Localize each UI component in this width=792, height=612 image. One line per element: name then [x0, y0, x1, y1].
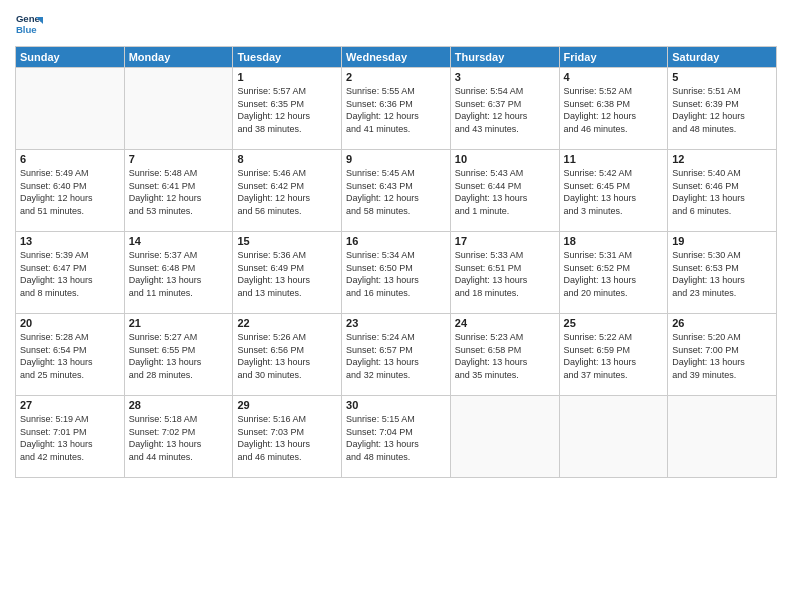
calendar-cell: 20Sunrise: 5:28 AM Sunset: 6:54 PM Dayli… — [16, 314, 125, 396]
day-number: 15 — [237, 235, 337, 247]
calendar-cell — [559, 396, 668, 478]
day-number: 19 — [672, 235, 772, 247]
calendar-week-row: 27Sunrise: 5:19 AM Sunset: 7:01 PM Dayli… — [16, 396, 777, 478]
calendar-cell: 18Sunrise: 5:31 AM Sunset: 6:52 PM Dayli… — [559, 232, 668, 314]
calendar-cell: 10Sunrise: 5:43 AM Sunset: 6:44 PM Dayli… — [450, 150, 559, 232]
day-number: 26 — [672, 317, 772, 329]
day-info: Sunrise: 5:33 AM Sunset: 6:51 PM Dayligh… — [455, 249, 555, 299]
day-info: Sunrise: 5:27 AM Sunset: 6:55 PM Dayligh… — [129, 331, 229, 381]
calendar-cell — [124, 68, 233, 150]
weekday-header: Tuesday — [233, 47, 342, 68]
calendar-cell: 21Sunrise: 5:27 AM Sunset: 6:55 PM Dayli… — [124, 314, 233, 396]
day-info: Sunrise: 5:30 AM Sunset: 6:53 PM Dayligh… — [672, 249, 772, 299]
logo-icon: General Blue — [15, 10, 43, 38]
calendar-cell: 11Sunrise: 5:42 AM Sunset: 6:45 PM Dayli… — [559, 150, 668, 232]
calendar-cell: 4Sunrise: 5:52 AM Sunset: 6:38 PM Daylig… — [559, 68, 668, 150]
day-info: Sunrise: 5:40 AM Sunset: 6:46 PM Dayligh… — [672, 167, 772, 217]
calendar-cell — [668, 396, 777, 478]
day-info: Sunrise: 5:24 AM Sunset: 6:57 PM Dayligh… — [346, 331, 446, 381]
page-header: General Blue — [15, 10, 777, 38]
day-number: 27 — [20, 399, 120, 411]
day-info: Sunrise: 5:36 AM Sunset: 6:49 PM Dayligh… — [237, 249, 337, 299]
day-number: 23 — [346, 317, 446, 329]
day-info: Sunrise: 5:37 AM Sunset: 6:48 PM Dayligh… — [129, 249, 229, 299]
calendar-cell: 15Sunrise: 5:36 AM Sunset: 6:49 PM Dayli… — [233, 232, 342, 314]
day-number: 16 — [346, 235, 446, 247]
calendar-cell: 6Sunrise: 5:49 AM Sunset: 6:40 PM Daylig… — [16, 150, 125, 232]
day-info: Sunrise: 5:31 AM Sunset: 6:52 PM Dayligh… — [564, 249, 664, 299]
day-number: 8 — [237, 153, 337, 165]
calendar-cell: 3Sunrise: 5:54 AM Sunset: 6:37 PM Daylig… — [450, 68, 559, 150]
day-number: 10 — [455, 153, 555, 165]
calendar-cell: 28Sunrise: 5:18 AM Sunset: 7:02 PM Dayli… — [124, 396, 233, 478]
calendar-cell: 16Sunrise: 5:34 AM Sunset: 6:50 PM Dayli… — [342, 232, 451, 314]
day-number: 11 — [564, 153, 664, 165]
day-info: Sunrise: 5:52 AM Sunset: 6:38 PM Dayligh… — [564, 85, 664, 135]
day-info: Sunrise: 5:51 AM Sunset: 6:39 PM Dayligh… — [672, 85, 772, 135]
calendar-cell: 8Sunrise: 5:46 AM Sunset: 6:42 PM Daylig… — [233, 150, 342, 232]
svg-text:Blue: Blue — [16, 24, 37, 35]
calendar-week-row: 6Sunrise: 5:49 AM Sunset: 6:40 PM Daylig… — [16, 150, 777, 232]
day-info: Sunrise: 5:22 AM Sunset: 6:59 PM Dayligh… — [564, 331, 664, 381]
day-info: Sunrise: 5:23 AM Sunset: 6:58 PM Dayligh… — [455, 331, 555, 381]
day-number: 12 — [672, 153, 772, 165]
day-info: Sunrise: 5:46 AM Sunset: 6:42 PM Dayligh… — [237, 167, 337, 217]
day-number: 9 — [346, 153, 446, 165]
calendar-cell: 7Sunrise: 5:48 AM Sunset: 6:41 PM Daylig… — [124, 150, 233, 232]
calendar-week-row: 1Sunrise: 5:57 AM Sunset: 6:35 PM Daylig… — [16, 68, 777, 150]
day-number: 3 — [455, 71, 555, 83]
day-info: Sunrise: 5:42 AM Sunset: 6:45 PM Dayligh… — [564, 167, 664, 217]
day-info: Sunrise: 5:49 AM Sunset: 6:40 PM Dayligh… — [20, 167, 120, 217]
weekday-header: Sunday — [16, 47, 125, 68]
logo: General Blue — [15, 10, 43, 38]
calendar-cell: 26Sunrise: 5:20 AM Sunset: 7:00 PM Dayli… — [668, 314, 777, 396]
calendar-cell: 25Sunrise: 5:22 AM Sunset: 6:59 PM Dayli… — [559, 314, 668, 396]
weekday-header: Wednesday — [342, 47, 451, 68]
day-number: 14 — [129, 235, 229, 247]
day-info: Sunrise: 5:16 AM Sunset: 7:03 PM Dayligh… — [237, 413, 337, 463]
day-info: Sunrise: 5:45 AM Sunset: 6:43 PM Dayligh… — [346, 167, 446, 217]
calendar-cell: 5Sunrise: 5:51 AM Sunset: 6:39 PM Daylig… — [668, 68, 777, 150]
day-number: 22 — [237, 317, 337, 329]
day-info: Sunrise: 5:39 AM Sunset: 6:47 PM Dayligh… — [20, 249, 120, 299]
calendar-cell: 9Sunrise: 5:45 AM Sunset: 6:43 PM Daylig… — [342, 150, 451, 232]
day-info: Sunrise: 5:34 AM Sunset: 6:50 PM Dayligh… — [346, 249, 446, 299]
calendar-cell: 29Sunrise: 5:16 AM Sunset: 7:03 PM Dayli… — [233, 396, 342, 478]
weekday-header: Monday — [124, 47, 233, 68]
calendar-cell: 24Sunrise: 5:23 AM Sunset: 6:58 PM Dayli… — [450, 314, 559, 396]
calendar-cell: 23Sunrise: 5:24 AM Sunset: 6:57 PM Dayli… — [342, 314, 451, 396]
calendar-cell: 1Sunrise: 5:57 AM Sunset: 6:35 PM Daylig… — [233, 68, 342, 150]
calendar-cell: 19Sunrise: 5:30 AM Sunset: 6:53 PM Dayli… — [668, 232, 777, 314]
day-number: 20 — [20, 317, 120, 329]
day-number: 29 — [237, 399, 337, 411]
day-number: 5 — [672, 71, 772, 83]
calendar-cell: 27Sunrise: 5:19 AM Sunset: 7:01 PM Dayli… — [16, 396, 125, 478]
weekday-header: Friday — [559, 47, 668, 68]
day-number: 7 — [129, 153, 229, 165]
day-number: 18 — [564, 235, 664, 247]
day-number: 6 — [20, 153, 120, 165]
day-info: Sunrise: 5:55 AM Sunset: 6:36 PM Dayligh… — [346, 85, 446, 135]
calendar-cell: 2Sunrise: 5:55 AM Sunset: 6:36 PM Daylig… — [342, 68, 451, 150]
day-number: 28 — [129, 399, 229, 411]
calendar-week-row: 20Sunrise: 5:28 AM Sunset: 6:54 PM Dayli… — [16, 314, 777, 396]
day-info: Sunrise: 5:28 AM Sunset: 6:54 PM Dayligh… — [20, 331, 120, 381]
day-info: Sunrise: 5:18 AM Sunset: 7:02 PM Dayligh… — [129, 413, 229, 463]
day-info: Sunrise: 5:48 AM Sunset: 6:41 PM Dayligh… — [129, 167, 229, 217]
calendar-table: SundayMondayTuesdayWednesdayThursdayFrid… — [15, 46, 777, 478]
day-info: Sunrise: 5:57 AM Sunset: 6:35 PM Dayligh… — [237, 85, 337, 135]
day-number: 21 — [129, 317, 229, 329]
day-info: Sunrise: 5:54 AM Sunset: 6:37 PM Dayligh… — [455, 85, 555, 135]
day-info: Sunrise: 5:19 AM Sunset: 7:01 PM Dayligh… — [20, 413, 120, 463]
day-number: 4 — [564, 71, 664, 83]
calendar-cell: 17Sunrise: 5:33 AM Sunset: 6:51 PM Dayli… — [450, 232, 559, 314]
day-info: Sunrise: 5:26 AM Sunset: 6:56 PM Dayligh… — [237, 331, 337, 381]
calendar-cell: 12Sunrise: 5:40 AM Sunset: 6:46 PM Dayli… — [668, 150, 777, 232]
calendar-cell: 14Sunrise: 5:37 AM Sunset: 6:48 PM Dayli… — [124, 232, 233, 314]
day-number: 24 — [455, 317, 555, 329]
weekday-header: Thursday — [450, 47, 559, 68]
weekday-header: Saturday — [668, 47, 777, 68]
calendar-cell: 13Sunrise: 5:39 AM Sunset: 6:47 PM Dayli… — [16, 232, 125, 314]
day-info: Sunrise: 5:15 AM Sunset: 7:04 PM Dayligh… — [346, 413, 446, 463]
day-number: 13 — [20, 235, 120, 247]
